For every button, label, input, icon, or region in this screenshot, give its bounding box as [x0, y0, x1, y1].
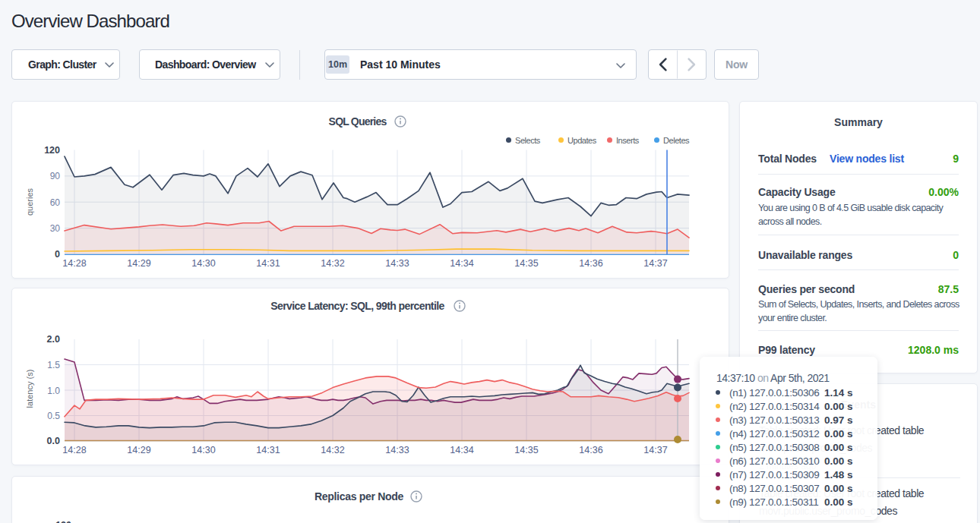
svg-text:14:36: 14:36	[579, 258, 602, 269]
svg-text:14:36: 14:36	[579, 445, 602, 455]
svg-text:14:32: 14:32	[321, 258, 344, 269]
svg-text:14:31: 14:31	[256, 258, 280, 269]
svg-text:14:32: 14:32	[321, 445, 344, 455]
svg-text:1.0: 1.0	[47, 386, 60, 396]
svg-text:14:35: 14:35	[514, 445, 538, 455]
svg-text:latency (s): latency (s)	[25, 370, 34, 408]
svg-text:0.0: 0.0	[47, 436, 60, 446]
svg-text:queries: queries	[25, 187, 34, 216]
svg-text:120: 120	[55, 520, 71, 523]
svg-text:14:31: 14:31	[256, 445, 280, 455]
svg-text:14:37: 14:37	[643, 445, 667, 455]
svg-text:14:33: 14:33	[385, 258, 409, 269]
svg-text:0.5: 0.5	[47, 411, 60, 421]
svg-text:1.5: 1.5	[47, 360, 60, 370]
svg-text:14:29: 14:29	[127, 445, 150, 455]
svg-text:90: 90	[50, 171, 61, 181]
svg-text:120: 120	[44, 145, 60, 156]
svg-text:30: 30	[50, 223, 61, 234]
svg-text:14:29: 14:29	[127, 258, 150, 269]
svg-text:14:34: 14:34	[450, 258, 473, 269]
svg-text:14:30: 14:30	[191, 445, 215, 455]
svg-text:14:28: 14:28	[62, 258, 86, 269]
svg-text:0: 0	[55, 249, 60, 260]
svg-text:14:28: 14:28	[62, 445, 86, 455]
svg-text:14:34: 14:34	[450, 445, 473, 455]
svg-text:14:33: 14:33	[385, 445, 409, 455]
svg-text:14:37: 14:37	[643, 258, 667, 269]
svg-text:60: 60	[50, 197, 61, 208]
svg-text:14:30: 14:30	[191, 258, 215, 269]
svg-text:14:35: 14:35	[514, 258, 538, 269]
svg-text:2.0: 2.0	[47, 334, 60, 345]
